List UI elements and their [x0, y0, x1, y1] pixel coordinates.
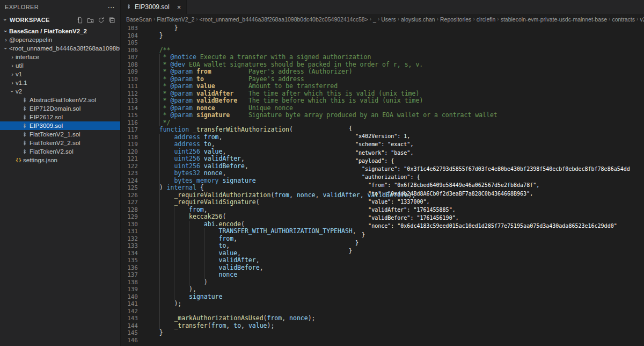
more-actions-icon[interactable]: ⋯ — [108, 3, 115, 11]
tree-item-v1[interactable]: ›v1 — [0, 70, 120, 78]
collapse-all-icon[interactable] — [108, 17, 115, 24]
line-number: 106 — [121, 47, 138, 54]
breadcrumb-separator-icon: › — [473, 16, 474, 22]
tree-item-eip2612-sol[interactable]: EIP2612.sol — [0, 113, 120, 121]
tree-item-eip712domain-sol[interactable]: EIP712Domain.sol — [0, 104, 120, 113]
line-number: 125 — [121, 184, 138, 192]
code-line[interactable]: 113 * @param validBefore The time before… — [121, 97, 644, 105]
code-line[interactable]: 109 * @param from Payer's address (Autho… — [121, 68, 644, 76]
tree-item-label: settings.json — [23, 157, 57, 163]
code-line[interactable]: 111 * @param value Amount to be transfer… — [121, 83, 644, 90]
breadcrumb-item[interactable]: <root_unnamed_b4446a38f268aa1098b0dc40b2… — [200, 16, 368, 23]
chevron-down-icon: › — [9, 88, 16, 95]
line-number: 135 — [121, 257, 138, 264]
code-line[interactable]: 141 ); — [121, 300, 644, 308]
tree-item-util[interactable]: ›util — [0, 61, 120, 70]
solidity-file-icon — [22, 131, 30, 138]
breadcrumb-item[interactable]: v2 — [640, 16, 644, 23]
solidity-file-icon — [22, 97, 30, 103]
tree-item-openzeppelin[interactable]: ›@openzeppelin — [0, 35, 120, 44]
code-line-content: } — [144, 32, 163, 40]
tree-item-v2[interactable]: ›v2 — [0, 87, 120, 96]
breadcrumb-item[interactable]: _ — [373, 16, 376, 23]
new-file-icon[interactable] — [76, 17, 83, 24]
code-line-content: } — [144, 329, 163, 337]
code-line-content: to, — [144, 242, 230, 250]
tree-item-fiattokenv2-1-sol[interactable]: FiatTokenV2_1.sol — [0, 130, 120, 139]
breadcrumb-item[interactable]: Users — [381, 16, 396, 23]
breadcrumb-separator-icon: › — [398, 16, 399, 22]
solidity-file-icon — [22, 148, 30, 155]
code-line-content: * @param from Payer's address (Authorize… — [144, 68, 353, 76]
workspace-title: WORKSPACE — [10, 17, 50, 23]
tree-item-eip3009-sol[interactable]: EIP3009.sol — [0, 121, 120, 130]
code-line[interactable]: 106 /** — [121, 47, 644, 54]
tree-item-abstractfiattokenv2-sol[interactable]: AbstractFiatTokenV2.sol — [0, 96, 120, 104]
line-number: 119 — [121, 141, 138, 148]
code-line[interactable]: 140 signature — [121, 293, 644, 301]
chevron-right-icon: › — [9, 80, 16, 86]
code-line[interactable]: 110 * @param to Payee's address — [121, 76, 644, 83]
tree-item-fiattokenv2-sol[interactable]: FiatTokenV2.sol — [0, 147, 120, 156]
breadcrumb-item[interactable]: stablecoin-evm-private-usdc-mainnet-base — [501, 16, 607, 23]
tree-item-basescan-fiattokenv2-2[interactable]: ›BaseScan / FiatTokenV2_2 — [0, 27, 120, 35]
new-folder-icon[interactable] — [87, 17, 94, 24]
code-line[interactable]: 104 } — [121, 32, 644, 40]
code-line-content: * @param to Payee's address — [144, 76, 304, 83]
tree-item-fiattokenv2-2-sol[interactable]: FiatTokenV2_2.sol — [0, 139, 120, 147]
close-icon[interactable]: × — [177, 3, 181, 11]
code-line[interactable]: 114 * @param nonce Unique nonce — [121, 105, 644, 112]
tree-item-root-unnamed-b4446a38f268aa1098b0d[interactable]: ›<root_unnamed_b4446a38f268aa1098b0d... — [0, 44, 120, 53]
tree-item-interface[interactable]: ›interface — [0, 53, 120, 61]
tab-eip3009[interactable]: EIP3009.sol × — [121, 0, 187, 14]
code-line-content: } — [144, 25, 178, 32]
code-line[interactable]: 138 ) — [121, 279, 644, 286]
line-number: 107 — [121, 54, 138, 61]
line-number: 131 — [121, 228, 138, 235]
breadcrumb-separator-icon: › — [196, 16, 197, 22]
code-line[interactable]: 137 nonce — [121, 271, 644, 279]
code-line-content: from, — [144, 235, 237, 243]
code-line[interactable]: 135 validAfter, — [121, 257, 644, 264]
breadcrumb-item[interactable]: circlefin — [477, 16, 496, 23]
code-line[interactable]: 142 — [121, 308, 644, 315]
line-number: 109 — [121, 68, 138, 76]
code-line-content: /** — [144, 47, 170, 54]
code-line-content: TRANSFER_WITH_AUTHORIZATION_TYPEHASH, — [144, 228, 356, 235]
line-number: 111 — [121, 83, 138, 90]
breadcrumb-separator-icon: › — [636, 16, 638, 22]
code-line[interactable]: 144 _transfer(from, to, value); — [121, 322, 644, 330]
line-number: 140 — [121, 293, 138, 301]
code-line[interactable]: 107 * @notice Execute a transfer with a … — [121, 54, 644, 61]
code-line[interactable]: 105 — [121, 39, 644, 47]
breadcrumb-item[interactable]: Repositories — [440, 16, 471, 23]
chevron-down-icon: › — [2, 17, 9, 23]
tree-item-settings-json[interactable]: {}settings.json — [0, 156, 120, 164]
line-number: 145 — [121, 329, 138, 337]
code-line[interactable]: 115 * @param signature Signature byte ar… — [121, 112, 644, 119]
breadcrumb-item[interactable]: FiatTokenV2_2 — [157, 16, 194, 23]
code-line[interactable]: 143 _markAuthorizationAsUsed(from, nonce… — [121, 315, 644, 322]
code-line[interactable]: 108 * @dev EOA wallet signatures should … — [121, 61, 644, 69]
code-line-content: bytes32 nonce, — [144, 170, 226, 177]
line-number: 118 — [121, 134, 138, 141]
workspace-section-header[interactable]: › WORKSPACE — [0, 14, 120, 26]
code-line[interactable]: 145 } — [121, 329, 644, 337]
tree-item-label: FiatTokenV2_2.sol — [30, 140, 80, 146]
tree-item-v1-1[interactable]: ›v1.1 — [0, 78, 120, 87]
breadcrumb-item[interactable]: aloysius.chan — [401, 16, 435, 23]
code-line[interactable]: 146 — [121, 337, 644, 344]
code-line[interactable]: 103 } — [121, 25, 644, 32]
breadcrumb-item[interactable]: contracts — [612, 16, 635, 23]
line-number: 139 — [121, 286, 138, 293]
line-number: 108 — [121, 61, 138, 69]
code-line[interactable]: 112 * @param validAfter The time after w… — [121, 90, 644, 98]
code-line[interactable]: 139 ), — [121, 286, 644, 293]
breadcrumb-item[interactable]: BaseScan — [126, 16, 152, 23]
code-line-content: uint256 value, — [144, 148, 226, 156]
tree-item-label: v2 — [16, 88, 22, 95]
code-line-content: _markAuthorizationAsUsed(from, nonce); — [144, 315, 316, 322]
code-line[interactable]: 136 validBefore, — [121, 264, 644, 272]
refresh-icon[interactable] — [98, 17, 105, 24]
breadcrumb-separator-icon: › — [437, 16, 438, 22]
